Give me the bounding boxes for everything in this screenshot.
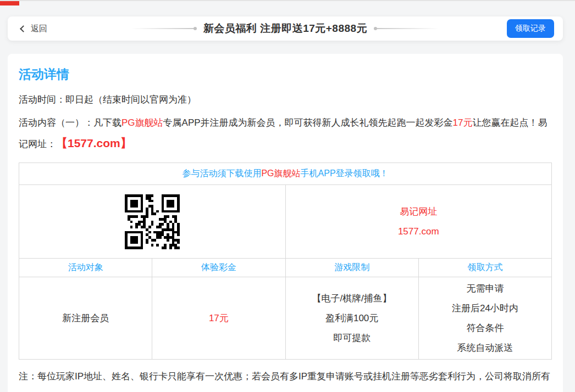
title-ornament-right xyxy=(376,28,439,29)
activity-detail-card: 活动详情 活动时间：即日起（结束时间以官网为准） 活动内容（一）：凡下载PG旗舰… xyxy=(8,54,563,392)
cell-bonus: 17元 xyxy=(152,277,285,360)
game-limit-line: 即可提款 xyxy=(286,328,418,348)
col-header-claim-method: 领取方式 xyxy=(418,259,551,277)
banner-brand: PG旗舰站 xyxy=(261,169,300,178)
section-title: 活动详情 xyxy=(19,66,552,83)
banner-cell: 参与活动须下载使用PG旗舰站手机APP登录领取哦！ xyxy=(19,163,552,185)
qr-cell xyxy=(19,185,286,259)
content-seg: 活动内容（一）：凡下载 xyxy=(19,117,121,128)
claim-line: 符合条件 xyxy=(419,318,551,338)
site-caption-label: 易记网址 xyxy=(286,202,552,222)
bonus-amount: 17元 xyxy=(453,117,473,128)
claim-records-button[interactable]: 领取记录 xyxy=(507,19,554,38)
site-url: 【1577.com】 xyxy=(56,137,132,149)
header-bar: 返回 新会员福利 注册即送17元+8888元 领取记录 xyxy=(8,16,563,41)
banner-seg: 参与活动须下载使用 xyxy=(182,169,261,178)
claim-line: 无需申请 xyxy=(419,279,551,299)
back-label: 返回 xyxy=(31,24,47,34)
title-text: 新会员福利 注册即送17元+8888元 xyxy=(203,21,367,36)
promo-table: 参与活动须下载使用PG旗舰站手机APP登录领取哦！ 易记网址 1577.com … xyxy=(19,163,552,360)
site-caption-cell: 易记网址 1577.com xyxy=(285,185,552,259)
game-limit-line: 盈利满100元 xyxy=(286,309,418,328)
footnote: 注：每位玩家IP地址、姓名、银行卡只能享有一次优惠；若会员有多IP重复申请账号或… xyxy=(19,366,552,392)
col-header-audience: 活动对象 xyxy=(19,259,152,277)
cell-game-limit: 【电子/棋牌/捕鱼】 盈利满100元 即可提款 xyxy=(285,277,418,360)
qr-row: 易记网址 1577.com xyxy=(19,185,552,259)
col-header-game-limit: 游戏限制 xyxy=(285,259,418,277)
activity-content-line: 活动内容（一）：凡下载PG旗舰站专属APP并注册成为新会员，即可获得新人成长礼领… xyxy=(19,113,552,154)
top-progress-bar xyxy=(0,1,19,5)
site-caption-url: 1577.com xyxy=(286,222,552,242)
page-title: 新会员福利 注册即送17元+8888元 xyxy=(8,16,563,41)
brand-name: PG旗舰站 xyxy=(121,117,163,128)
col-header-bonus: 体验彩金 xyxy=(152,259,285,277)
qr-code xyxy=(125,194,180,249)
title-ornament-left xyxy=(131,28,195,29)
content-seg: 专属APP并注册成为新会员，即可获得新人成长礼领先起跑一起发彩金 xyxy=(163,117,453,128)
table-banner-row: 参与活动须下载使用PG旗舰站手机APP登录领取哦！ xyxy=(19,163,552,185)
table-data-row: 新注册会员 17元 【电子/棋牌/捕鱼】 盈利满100元 即可提款 无需申请 注… xyxy=(19,277,552,360)
activity-time-line: 活动时间：即日起（结束时间以官网为准） xyxy=(19,93,552,106)
claim-line: 注册后24小时内 xyxy=(419,299,551,318)
cell-claim-method: 无需申请 注册后24小时内 符合条件 系统自动派送 xyxy=(418,277,551,360)
claim-line: 系统自动派送 xyxy=(419,338,551,358)
back-button[interactable]: 返回 xyxy=(21,24,47,34)
chevron-left-icon xyxy=(20,25,27,32)
cell-audience: 新注册会员 xyxy=(19,277,152,360)
table-header-row: 活动对象 体验彩金 游戏限制 领取方式 xyxy=(19,259,552,277)
banner-seg: 手机APP登录领取哦！ xyxy=(301,169,389,178)
game-limit-line: 【电子/棋牌/捕鱼】 xyxy=(286,289,418,309)
